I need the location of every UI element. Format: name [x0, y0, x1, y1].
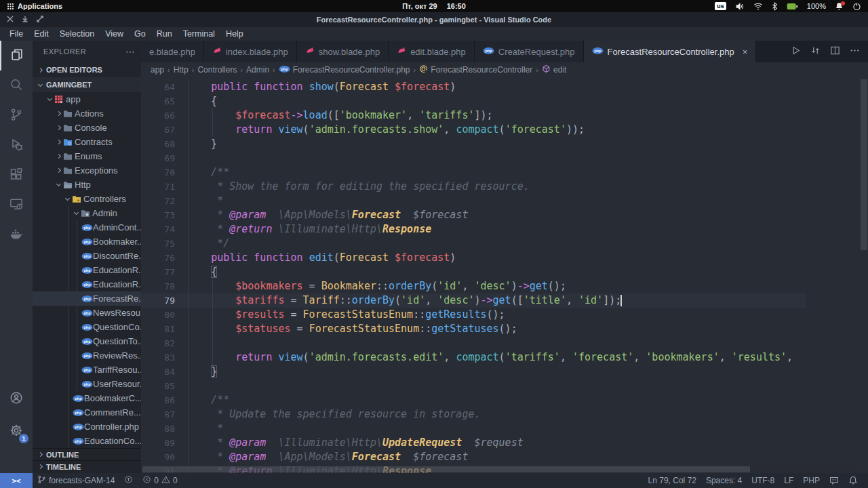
close-tab-icon[interactable]: × — [743, 47, 748, 57]
status-spaces[interactable]: Spaces: 4 — [701, 476, 747, 485]
horizontal-scrollbar-thumb[interactable] — [142, 466, 750, 472]
tab-createrequestphp[interactable]: phpCreateRequest.php — [475, 41, 584, 62]
outline-section[interactable]: OUTLINE — [33, 448, 141, 460]
tree-item-enums[interactable]: Enums — [33, 149, 141, 163]
notifications-icon[interactable] — [835, 2, 844, 11]
code-line[interactable]: * — [186, 422, 793, 436]
problems-item[interactable]: 0 0 — [138, 473, 182, 488]
code-line[interactable]: public function show(Forecast $forecast) — [186, 80, 793, 94]
breadcrumb-item-controllers[interactable]: Controllers — [197, 65, 237, 75]
more-actions-icon[interactable] — [850, 45, 860, 58]
code-line[interactable]: return view('admin.forecasts.edit', comp… — [186, 350, 793, 365]
code-editor[interactable]: 6465666768697071727374757677787980818283… — [141, 77, 868, 473]
status-ln[interactable]: Ln 79, Col 72 — [644, 476, 701, 485]
tree-item-controllerphp[interactable]: phpController.php — [33, 420, 141, 434]
code-line[interactable]: $bookmakers = Bookmaker::orderBy('id', '… — [186, 279, 793, 293]
tree-item-discountre[interactable]: phpDiscountRe... — [33, 249, 141, 263]
code-line[interactable]: * Update the specified resource in stora… — [186, 407, 793, 422]
run-icon[interactable] — [791, 45, 801, 58]
breadcrumb-item-forecastresourcecontroller[interactable]: ForecastResourceController — [419, 64, 532, 75]
code-line[interactable]: { — [186, 94, 793, 108]
split-editor-icon[interactable] — [830, 45, 840, 58]
window-minimize-icon[interactable] — [22, 16, 28, 24]
code-content[interactable]: public function show(Forecast $forecast)… — [186, 80, 793, 473]
clock[interactable]: Пт, окт 29 16:50 — [402, 2, 466, 10]
activity-search[interactable] — [0, 70, 33, 100]
code-line[interactable]: $statuses = ForecastStatusEnum::getStatu… — [186, 322, 793, 336]
code-line[interactable]: * @param \App\Models\Forecast $forecast — [186, 208, 793, 222]
tree-item-bookmakerc[interactable]: phpBookmakerC... — [33, 391, 141, 405]
tree-item-admincont[interactable]: phpAdminCont... — [33, 220, 141, 235]
code-line[interactable]: * @param \Illuminate\Http\UpdateRequest … — [186, 436, 793, 450]
code-line[interactable]: * @return \Illuminate\Http\Response — [186, 222, 793, 237]
tree-item-educationr[interactable]: phpEducationR... — [33, 263, 141, 277]
code-line[interactable]: } — [186, 137, 793, 151]
power-icon[interactable] — [852, 2, 861, 11]
tree-item-reviewres[interactable]: phpReviewRes... — [33, 348, 141, 363]
code-line[interactable]: * Show the form for editing the specifie… — [186, 180, 793, 194]
tree-item-forecastre[interactable]: phpForecastRe... — [33, 291, 141, 306]
breadcrumb-item-app[interactable]: app — [151, 65, 164, 75]
bluetooth-icon[interactable] — [772, 2, 778, 11]
menu-item-view[interactable]: View — [100, 27, 129, 41]
code-line[interactable]: $forecast->load(['bookmaker', 'tariffs']… — [186, 108, 793, 123]
keyboard-layout-indicator[interactable]: us — [715, 2, 726, 10]
tree-item-exceptions[interactable]: Exceptions — [33, 163, 141, 178]
tab-ebladephp[interactable]: e.blade.php — [141, 41, 204, 62]
tree-item-educationco[interactable]: phpEducationCo... — [33, 434, 141, 448]
activity-accounts[interactable] — [0, 384, 33, 413]
code-line[interactable]: $results = ForecastStatusEnum::getResult… — [186, 308, 793, 322]
tree-item-commentre[interactable]: phpCommentRe... — [33, 405, 141, 420]
tab-showbladephp[interactable]: show.blade.php — [297, 41, 389, 62]
code-line[interactable] — [186, 336, 793, 350]
horizontal-scrollbar[interactable] — [141, 466, 860, 473]
activity-explorer[interactable] — [0, 41, 33, 70]
tree-item-questionco[interactable]: phpQuestionCo... — [33, 320, 141, 334]
code-line[interactable]: { — [186, 265, 793, 279]
breadcrumb-item-edit[interactable]: edit — [542, 64, 566, 75]
timeline-section[interactable]: TIMELINE — [33, 460, 141, 472]
menu-item-go[interactable]: Go — [129, 27, 151, 41]
tree-item-questionto[interactable]: phpQuestionTo... — [33, 334, 141, 348]
menu-item-run[interactable]: Run — [151, 27, 178, 41]
battery-icon[interactable] — [787, 3, 798, 10]
code-line[interactable] — [186, 151, 793, 165]
code-line[interactable] — [186, 379, 793, 393]
tree-item-newsresou[interactable]: phpNewsResou... — [33, 306, 141, 320]
code-line[interactable]: /** — [186, 393, 793, 407]
status-lf[interactable]: LF — [779, 476, 798, 485]
wifi-icon[interactable] — [753, 2, 763, 10]
code-line[interactable]: } — [186, 365, 793, 379]
tree-item-actions[interactable]: Actions — [33, 106, 141, 121]
code-line[interactable]: $tariffs = Tariff::orderBy('id', 'desc')… — [186, 293, 793, 308]
vertical-scrollbar[interactable] — [860, 77, 868, 473]
breadcrumb-item-forecastresourcecontrollerphp[interactable]: phpForecastResourceController.php — [279, 65, 410, 75]
volume-icon[interactable] — [735, 2, 745, 11]
code-line[interactable]: */ — [186, 237, 793, 251]
activity-remote-explorer[interactable] — [0, 190, 33, 220]
activity-source-control[interactable] — [0, 100, 33, 130]
remote-indicator[interactable]: >< — [0, 473, 33, 488]
tree-item-http[interactable]: Http — [33, 178, 141, 192]
code-line[interactable]: * @param \App\Models\Forecast $forecast — [186, 450, 793, 464]
explorer-more-actions-icon[interactable]: ⋯ — [125, 46, 136, 57]
tree-item-contracts[interactable]: Contracts — [33, 135, 141, 149]
tree-item-tariffresou[interactable]: phpTariffResou... — [33, 363, 141, 377]
sync-button[interactable] — [119, 473, 138, 488]
git-branch-item[interactable]: forecasts-GAM-14 — [33, 473, 119, 488]
window-close-icon[interactable] — [7, 16, 14, 24]
activity-docker[interactable] — [0, 220, 33, 249]
menu-item-file[interactable]: File — [4, 27, 28, 41]
status-utf-8[interactable]: UTF-8 — [747, 476, 779, 485]
tree-item-admin[interactable]: Admin — [33, 206, 141, 220]
activity-settings[interactable]: 1 — [0, 416, 33, 446]
window-maximize-icon[interactable] — [37, 16, 43, 24]
code-line[interactable]: public function edit(Forecast $forecast) — [186, 251, 793, 265]
menu-item-help[interactable]: Help — [220, 27, 249, 41]
vertical-scrollbar-thumb[interactable] — [861, 79, 867, 250]
tab-editbladephp[interactable]: edit.blade.php — [389, 41, 475, 62]
applications-menu[interactable]: Applications — [0, 0, 69, 12]
code-line[interactable]: /** — [186, 165, 793, 180]
tree-item-console[interactable]: Console — [33, 121, 141, 135]
activity-run-debug[interactable] — [0, 130, 33, 160]
